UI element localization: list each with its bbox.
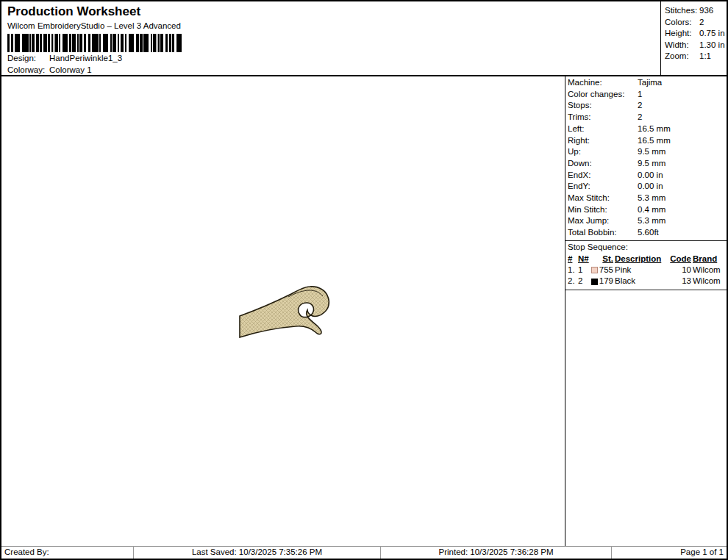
machine-detail-row: Total Bobbin: 5.60ft: [568, 227, 727, 239]
stop-sequence-label: Stop Sequence:: [565, 241, 727, 254]
machine-detail-label: Up:: [568, 146, 638, 158]
summary-value: 1.30 in: [699, 40, 725, 51]
cell-brand: Wilcom: [693, 265, 725, 276]
header-strip: Production Worksheet Wilcom EmbroiderySt…: [1, 1, 727, 76]
page-title: Production Worksheet: [7, 4, 654, 19]
colorway-value: Colorway 1: [49, 64, 92, 76]
machine-detail-row: Trims: 2: [568, 112, 727, 123]
cell-brand: Wilcom: [693, 276, 725, 287]
cell-description: Black: [615, 276, 668, 287]
col-header-description: Description: [615, 254, 668, 265]
summary-value: 936: [699, 5, 713, 17]
summary-row: Stitches: 936: [665, 5, 727, 17]
design-canvas: [1, 76, 565, 546]
stop-sequence-header-row: # N# St. Description Code Brand: [568, 254, 727, 265]
summary-value: 0.75 in: [699, 28, 725, 40]
machine-detail-label: Machine:: [568, 77, 638, 89]
header: Production Worksheet Wilcom EmbroiderySt…: [1, 1, 660, 75]
summary-row: Height: 0.75 in: [665, 28, 727, 40]
summary-label: Zoom:: [665, 51, 699, 62]
summary-label: Height:: [665, 28, 699, 40]
summary-row: Colors: 2: [665, 17, 727, 29]
machine-detail-row: EndX: 0.00 in: [568, 170, 727, 182]
machine-panel: Machine: Tajima Color changes: 1 Stops: …: [565, 76, 727, 546]
machine-detail-value: 2: [638, 100, 642, 112]
footer-bar: Created By: Last Saved: 10/3/2025 7:35:2…: [1, 546, 727, 559]
cell-num: 2.: [568, 276, 577, 287]
design-label: Design:: [7, 52, 49, 64]
cell-needle: 2: [578, 276, 590, 287]
machine-detail-label: Stops:: [568, 100, 638, 112]
created-by-label: Created By:: [1, 547, 134, 559]
machine-detail-label: Down:: [568, 158, 638, 170]
main-row: Machine: Tajima Color changes: 1 Stops: …: [1, 76, 727, 546]
panel-divider: [565, 290, 727, 290]
cell-description: Pink: [615, 265, 668, 276]
hand-design-image: [235, 283, 335, 345]
machine-detail-value: 5.60ft: [638, 227, 659, 239]
summary-row: Zoom: 1:1: [665, 51, 727, 62]
machine-detail-label: Min Stitch:: [568, 204, 638, 216]
machine-detail-value: 1: [638, 89, 642, 101]
machine-detail-row: Max Stitch: 5.3 mm: [568, 193, 727, 204]
machine-detail-value: 9.5 mm: [638, 158, 665, 170]
machine-detail-label: EndY:: [568, 181, 638, 193]
summary-row: Width: 1.30 in: [665, 40, 727, 51]
machine-detail-row: Stops: 2: [568, 100, 727, 112]
col-header-code: Code: [669, 254, 691, 265]
last-saved-text: Last Saved: 10/3/2025 7:35:26 PM: [134, 547, 381, 559]
thread-color-swatch: [591, 267, 598, 273]
printed-text: Printed: 10/3/2025 7:36:28 PM: [381, 547, 612, 559]
machine-detail-row: Max Jump: 5.3 mm: [568, 215, 727, 227]
summary-label: Width:: [665, 40, 699, 51]
barcode-image: [7, 34, 182, 52]
production-worksheet-page: Production Worksheet Wilcom EmbroiderySt…: [0, 0, 728, 560]
machine-detail-label: Right:: [568, 135, 638, 147]
machine-detail-rows: Machine: Tajima Color changes: 1 Stops: …: [565, 76, 727, 240]
cell-stitch-count: 755: [599, 265, 613, 276]
machine-detail-value: 0.4 mm: [638, 204, 665, 216]
cell-num: 1.: [568, 265, 577, 276]
page-number: Page 1 of 1: [612, 547, 727, 559]
machine-detail-label: Total Bobbin:: [568, 227, 638, 239]
colorway-row: Colorway: Colorway 1: [7, 64, 654, 76]
hand-shape-texture: [240, 287, 329, 337]
machine-detail-row: Up: 9.5 mm: [568, 146, 727, 158]
machine-detail-label: Max Jump:: [568, 215, 638, 227]
machine-detail-label: Trims:: [568, 112, 638, 123]
col-header-brand: Brand: [693, 254, 725, 265]
col-header-num: #: [568, 254, 577, 265]
machine-detail-row: Machine: Tajima: [568, 77, 727, 89]
colorway-label: Colorway:: [7, 64, 49, 76]
machine-detail-row: Color changes: 1: [568, 89, 727, 101]
cell-stitch-count: 179: [599, 276, 613, 287]
machine-detail-row: Down: 9.5 mm: [568, 158, 727, 170]
machine-detail-row: EndY: 0.00 in: [568, 181, 727, 193]
machine-detail-value: 16.5 mm: [638, 135, 671, 147]
machine-detail-value: 2: [638, 112, 642, 123]
stop-sequence-rows: 1. 1 755 Pink 10 Wilcom 2. 2 179 Blac: [568, 265, 727, 287]
cell-needle: 1: [578, 265, 590, 276]
machine-detail-value: 5.3 mm: [638, 215, 665, 227]
machine-detail-value: Tajima: [638, 77, 662, 89]
summary-value: 2: [699, 17, 704, 29]
cell-code: 10: [669, 265, 691, 276]
stop-sequence-row: 1. 1 755 Pink 10 Wilcom: [568, 265, 727, 276]
col-header-needle: N#: [578, 254, 590, 265]
cell-code: 13: [669, 276, 691, 287]
design-row: Design: HandPeriwinkle1_3: [7, 52, 654, 64]
machine-detail-value: 9.5 mm: [638, 146, 665, 158]
stop-sequence-row: 2. 2 179 Black 13 Wilcom: [568, 276, 727, 287]
cell-stitches: 179: [591, 276, 613, 287]
machine-detail-row: Min Stitch: 0.4 mm: [568, 204, 727, 216]
machine-detail-row: Right: 16.5 mm: [568, 135, 727, 147]
stop-sequence-table: # N# St. Description Code Brand 1. 1 755…: [565, 254, 727, 290]
machine-detail-label: EndX:: [568, 170, 638, 182]
machine-detail-value: 0.00 in: [638, 170, 663, 182]
machine-detail-label: Left:: [568, 123, 638, 135]
design-value: HandPeriwinkle1_3: [49, 52, 122, 64]
machine-detail-value: 16.5 mm: [638, 123, 671, 135]
thread-color-swatch: [591, 279, 598, 285]
col-header-stitches: St.: [591, 254, 613, 265]
summary-box: Stitches: 936 Colors: 2 Height: 0.75 in …: [660, 1, 727, 75]
